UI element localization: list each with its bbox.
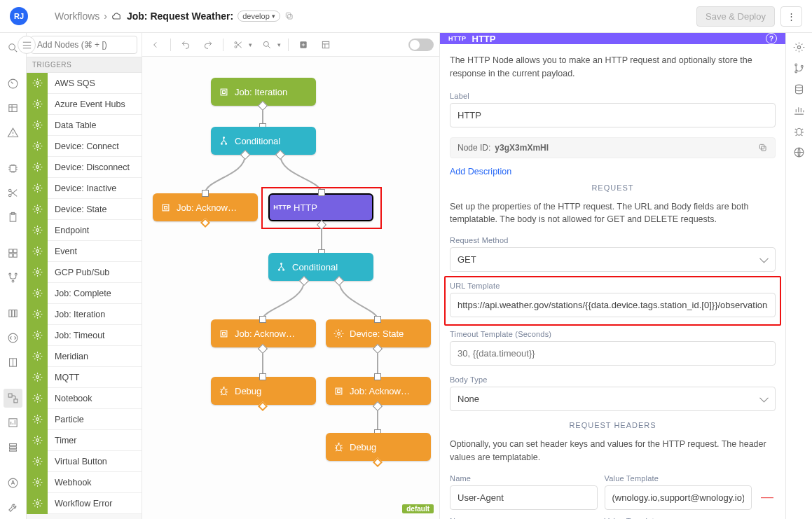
breadcrumb-root[interactable]: Workflows (55, 11, 99, 22)
method-select[interactable] (450, 247, 776, 272)
stack-icon[interactable] (4, 438, 22, 457)
trigger-node[interactable]: Device: State (27, 199, 142, 220)
trigger-node[interactable]: Webhook (27, 472, 142, 493)
canvas-node-acknowledge-3[interactable]: Job: Acknow… (326, 377, 431, 405)
trigger-node[interactable]: Job: Timeout (27, 325, 142, 346)
bodytype-select[interactable] (450, 387, 776, 411)
url-input[interactable] (450, 293, 776, 317)
header-name-input-0[interactable] (450, 485, 598, 510)
grid-icon[interactable] (4, 244, 22, 263)
trigger-node[interactable]: Data Table (27, 115, 142, 136)
trigger-node[interactable]: GCP Pub/Sub (27, 262, 142, 283)
inspector-header: HTTP HTTP ? (440, 33, 785, 44)
database-icon[interactable] (793, 83, 805, 97)
trigger-node[interactable]: Notebook (27, 388, 142, 409)
gear-icon (333, 328, 344, 339)
trigger-node[interactable]: Job: Complete (27, 283, 142, 304)
layout-button[interactable] (318, 37, 333, 53)
trigger-node[interactable]: Endpoint (27, 220, 142, 241)
circle-a-icon[interactable] (4, 473, 22, 492)
workflow-icon[interactable] (4, 389, 22, 408)
chart-icon[interactable] (4, 413, 22, 432)
nodes-search-input[interactable] (31, 36, 137, 54)
method-label: Request Method (450, 236, 776, 244)
trigger-icon (27, 304, 48, 325)
canvas-toolbar: ▾ ▾ (142, 33, 439, 57)
svg-rect-0 (287, 15, 291, 19)
svg-rect-71 (759, 144, 764, 148)
help-icon[interactable]: ? (766, 33, 777, 44)
svg-point-50 (36, 481, 39, 484)
trigger-icon (27, 346, 48, 367)
bodytype-label: Body Type (450, 375, 776, 384)
chip-icon[interactable] (4, 159, 22, 178)
bug-icon[interactable] (793, 125, 805, 139)
svg-point-6 (8, 189, 11, 192)
trigger-node[interactable]: Device: Connect (27, 136, 142, 157)
zoom-button[interactable] (259, 37, 275, 53)
headers-help-text: Optionally, you can set header keys and … (450, 438, 776, 464)
cut-button[interactable] (230, 37, 246, 53)
trigger-node[interactable]: AWS SQS (27, 73, 142, 94)
branch-pill[interactable]: develop ▾ (238, 11, 280, 22)
copy-icon[interactable] (758, 143, 768, 153)
table-icon[interactable] (4, 99, 22, 118)
clipboard-icon[interactable] (4, 208, 22, 227)
redo-button[interactable] (200, 37, 216, 53)
label-input[interactable] (450, 103, 776, 127)
workflow-canvas[interactable]: Job: Iteration Conditional Job: Acknow… … (142, 57, 439, 519)
metrics-icon[interactable] (793, 104, 805, 118)
code-icon[interactable] (4, 328, 22, 347)
back-button[interactable] (148, 37, 163, 53)
more-menu-button[interactable]: ⋮ (780, 6, 802, 27)
trigger-node[interactable]: Meridian (27, 346, 142, 367)
timeout-input[interactable] (450, 341, 776, 366)
header-value-label: Value Template (605, 474, 752, 483)
globe-icon[interactable] (793, 146, 805, 160)
svg-rect-11 (13, 249, 17, 253)
copy-icon[interactable] (284, 11, 294, 21)
trigger-node[interactable]: Workflow Error (27, 493, 142, 514)
undo-button[interactable] (178, 37, 193, 53)
user-avatar[interactable]: RJ (10, 7, 28, 25)
git-branch-icon[interactable] (793, 62, 805, 76)
scissors-icon[interactable] (4, 184, 22, 202)
trigger-node[interactable]: Job: Iteration (27, 304, 142, 325)
trigger-node[interactable]: Virtual Button (27, 451, 142, 472)
trigger-node[interactable]: Device: Disconnect (27, 157, 142, 178)
trigger-node[interactable]: Device: Inactive (27, 178, 142, 199)
trigger-node[interactable]: Azure Event Hubs (27, 94, 142, 115)
canvas-node-debug-2[interactable]: Debug (326, 433, 431, 461)
columns-icon[interactable] (4, 304, 22, 323)
svg-point-77 (797, 128, 801, 135)
canvas-node-http[interactable]: HTTP HTTP (268, 193, 373, 221)
save-deploy-button[interactable]: Save & Deploy (696, 6, 775, 27)
trigger-node[interactable]: Event (27, 241, 142, 262)
remove-header-button[interactable]: — (759, 490, 776, 510)
trigger-node[interactable]: Timer (27, 430, 142, 451)
gauge-icon[interactable] (4, 74, 22, 93)
header-value-input-0[interactable] (605, 485, 752, 510)
add-description-link[interactable]: Add Description (450, 167, 511, 177)
canvas-node-conditional-2[interactable]: Conditional (268, 253, 373, 281)
wrench-icon[interactable] (4, 498, 22, 517)
canvas-node-debug-1[interactable]: Debug (211, 377, 316, 405)
trigger-node[interactable]: MQTT (27, 367, 142, 388)
branch-icon[interactable] (4, 268, 22, 287)
canvas-node-conditional-1[interactable]: Conditional (211, 127, 316, 155)
add-node-button[interactable] (296, 37, 311, 53)
trigger-node[interactable]: Particle (27, 409, 142, 430)
svg-point-76 (796, 85, 803, 88)
gear-icon[interactable] (793, 41, 805, 55)
svg-point-39 (36, 250, 39, 253)
book-icon[interactable] (4, 353, 22, 372)
collapse-handle[interactable] (18, 36, 36, 54)
canvas-node-acknowledge-2[interactable]: Job: Acknow… (211, 319, 316, 347)
url-highlight: URL Template (444, 276, 781, 326)
svg-point-58 (221, 143, 222, 144)
debug-toggle[interactable] (408, 39, 434, 51)
warning-icon[interactable] (4, 123, 22, 142)
canvas-node-device-state[interactable]: Device: State (326, 319, 431, 347)
chevron-down-icon: ▾ (272, 13, 275, 20)
svg-point-46 (36, 397, 39, 400)
